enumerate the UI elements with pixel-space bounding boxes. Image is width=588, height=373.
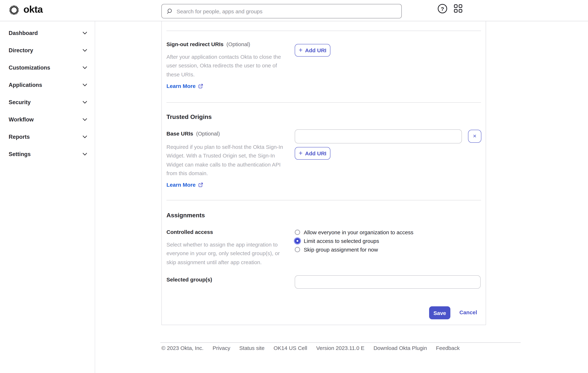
sidebar-item-customizations[interactable]: Customizations [0, 59, 95, 76]
description-line: these URIs. [167, 70, 289, 79]
radio-icon [295, 247, 300, 252]
okta-logo[interactable]: okta [9, 5, 43, 15]
signout-learn-more-link[interactable]: Learn More [167, 83, 203, 89]
add-uri-label: Add URI [305, 150, 326, 156]
chevron-down-icon [83, 66, 87, 69]
description-line: Widget. With a Trusted Origin set, the S… [167, 151, 289, 160]
footer-link-feedback[interactable]: Feedback [436, 345, 460, 351]
footer-divider [160, 342, 521, 343]
sidebar-item-label: Dashboard [9, 30, 38, 36]
sidebar-item-label: Customizations [9, 64, 50, 71]
radio-selected-icon [295, 238, 300, 244]
footer-version-text: Version 2023.11.0 E [316, 345, 364, 351]
cancel-button[interactable]: Cancel [459, 309, 477, 315]
sidebar-item-directory[interactable]: Directory [0, 42, 95, 59]
chevron-down-icon [83, 32, 87, 35]
learn-more-label: Learn More [167, 83, 196, 89]
description-line: Select whether to assign the app integra… [167, 240, 289, 249]
save-button[interactable]: Save [429, 306, 450, 319]
chevron-down-icon [83, 84, 87, 86]
footer-link-privacy[interactable]: Privacy [213, 345, 230, 351]
sidebar-item-workflow[interactable]: Workflow [0, 111, 95, 128]
section-divider [167, 200, 481, 200]
sidebar-item-dashboard[interactable]: Dashboard [0, 24, 95, 42]
description-line: user session, Okta redirects the user to… [167, 62, 289, 70]
learn-more-label: Learn More [167, 182, 196, 188]
controlled-access-description: Select whether to assign the app integra… [167, 240, 289, 267]
assignments-heading: Assignments [167, 212, 205, 219]
radio-label: Limit access to selected groups [304, 238, 379, 244]
chevron-down-icon [83, 49, 87, 52]
external-link-icon [198, 84, 203, 88]
footer-cell-text: OK14 US Cell [273, 345, 307, 351]
sidebar-item-label: Reports [9, 134, 30, 140]
sidebar: Dashboard Directory Customizations Appli… [0, 21, 95, 373]
sidebar-item-settings[interactable]: Settings [0, 146, 95, 163]
field-label-text: Base URIs [167, 130, 193, 137]
apps-grid-button[interactable] [454, 4, 463, 13]
chevron-down-icon [83, 118, 87, 121]
trusted-origins-heading: Trusted Origins [167, 113, 212, 121]
selected-groups-input[interactable] [295, 275, 481, 289]
app-settings-card: Sign-out redirect URIs (Optional) After … [161, 21, 486, 325]
sidebar-item-applications[interactable]: Applications [0, 76, 95, 94]
base-uris-description: Required if you plan to self-host the Ok… [167, 143, 289, 178]
add-signout-uri-button[interactable]: + Add URI [295, 44, 330, 57]
footer: © 2023 Okta, Inc. Privacy Status site OK… [161, 345, 460, 351]
optional-tag: (Optional) [226, 41, 250, 47]
description-line: everyone in your org, only selected grou… [167, 249, 289, 258]
base-uri-input[interactable] [295, 129, 462, 143]
radio-option-allow-everyone[interactable]: Allow everyone in your organization to a… [295, 228, 413, 236]
sidebar-item-reports[interactable]: Reports [0, 128, 95, 146]
radio-label: Skip group assignment for now [304, 246, 378, 252]
apps-grid-icon [454, 4, 463, 13]
chevron-down-icon [83, 136, 87, 139]
radio-option-skip-assignment[interactable]: Skip group assignment for now [295, 245, 378, 254]
description-line: from this domain. [167, 169, 289, 178]
field-label-text: Controlled access [167, 229, 213, 235]
field-label-text: Sign-out redirect URIs [167, 41, 224, 47]
sidebar-item-security[interactable]: Security [0, 94, 95, 111]
base-uris-label: Base URIs (Optional) [167, 130, 220, 137]
radio-icon [295, 229, 300, 235]
sidebar-item-label: Security [9, 99, 31, 106]
close-icon: × [473, 133, 476, 140]
okta-sunburst-icon [9, 5, 20, 15]
okta-admin-page: okta ? Dashboard Directory Customization… [0, 0, 588, 373]
controlled-access-label: Controlled access [167, 228, 213, 236]
section-divider [167, 31, 481, 31]
topbar: okta ? [0, 0, 588, 21]
description-line: Required if you plan to self-host the Ok… [167, 143, 289, 151]
selected-groups-label: Selected group(s) [167, 276, 212, 283]
help-button[interactable]: ? [438, 4, 447, 13]
sidebar-item-label: Directory [9, 47, 33, 54]
chevron-down-icon [83, 101, 87, 104]
description-line: After your application contacts Okta to … [167, 53, 289, 62]
copyright-text: © 2023 Okta, Inc. [161, 345, 204, 351]
description-line: Widget can make calls to the authenticat… [167, 160, 289, 169]
radio-label: Allow everyone in your organization to a… [304, 229, 413, 235]
question-mark-icon: ? [438, 4, 447, 13]
plus-icon: + [299, 150, 303, 156]
remove-base-uri-button[interactable]: × [468, 130, 481, 143]
sidebar-item-label: Workflow [9, 117, 34, 123]
radio-option-limit-access[interactable]: Limit access to selected groups [295, 236, 379, 245]
trusted-origins-learn-more-link[interactable]: Learn More [167, 182, 203, 188]
plus-icon: + [299, 47, 303, 53]
global-search [161, 4, 402, 18]
signout-redirect-uris-label: Sign-out redirect URIs (Optional) [167, 41, 250, 48]
search-input[interactable] [176, 8, 397, 15]
optional-tag: (Optional) [196, 130, 220, 137]
footer-link-download-okta-plugin[interactable]: Download Okta Plugin [373, 345, 427, 351]
sidebar-item-label: Settings [9, 151, 31, 158]
brand-wordmark: okta [23, 4, 43, 14]
signout-description: After your application contacts Okta to … [167, 53, 289, 79]
footer-link-status-site[interactable]: Status site [239, 345, 264, 351]
add-base-uri-button[interactable]: + Add URI [295, 147, 330, 160]
chevron-down-icon [83, 153, 87, 156]
search-icon [167, 8, 173, 14]
add-uri-label: Add URI [305, 47, 326, 53]
external-link-icon [198, 182, 203, 187]
sidebar-item-label: Applications [9, 82, 42, 88]
section-divider [167, 102, 481, 103]
